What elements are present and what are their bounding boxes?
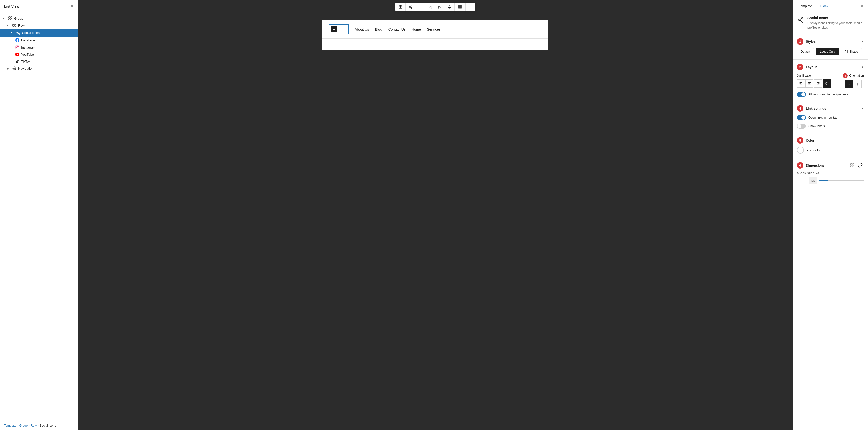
block-info-text: Social Icons Display icons linking to yo…	[807, 16, 864, 30]
orientation-label: Orientation	[849, 74, 864, 78]
block-spacing-input[interactable]: 15	[797, 177, 809, 184]
close-panel-button[interactable]: ✕	[70, 3, 74, 9]
nav-link-home[interactable]: Home	[412, 27, 421, 31]
navigate-prev-button[interactable]: ◁	[426, 3, 435, 11]
show-labels-toggle-row: Show labels	[797, 124, 864, 129]
new-tab-toggle[interactable]	[797, 115, 806, 120]
styles-collapse-icon[interactable]: ▲	[861, 40, 864, 43]
styles-badge: 1	[797, 38, 803, 45]
justify-center-button[interactable]	[805, 80, 813, 87]
style-default-button[interactable]: Default	[797, 48, 814, 55]
svg-point-29	[420, 7, 421, 8]
block-spacing-label: BLOCK SPACING	[797, 172, 864, 175]
svg-point-34	[802, 17, 803, 19]
link-badge: 4	[797, 105, 803, 112]
tree-item-youtube[interactable]: YouTube	[0, 51, 78, 58]
color-more-button[interactable]: ⋮	[860, 138, 864, 143]
tab-template[interactable]: Template	[797, 0, 814, 11]
tree-item-group[interactable]: ▾ Group	[0, 15, 78, 22]
breadcrumb-row[interactable]: Row	[31, 424, 37, 428]
svg-line-10	[18, 33, 19, 34]
tree-item-row[interactable]: ▾ Row	[0, 22, 78, 29]
navigation-icon	[12, 66, 17, 70]
tree-label: Group	[14, 17, 75, 20]
layout-title: Layout	[806, 65, 817, 69]
styles-header: 1 Styles ▲	[797, 38, 864, 45]
new-tab-toggle-row: Open links in new tab	[797, 115, 864, 120]
tree-item-facebook[interactable]: Facebook	[0, 37, 78, 44]
link-settings-header: 4 Link settings ▲	[797, 105, 864, 112]
more-toolbar-button[interactable]: ⋮	[466, 3, 475, 11]
tab-block[interactable]: Block	[818, 0, 830, 11]
justification-label: Justification	[797, 74, 813, 78]
dimensions-badge: 6	[797, 162, 803, 169]
nav-link-services[interactable]: Services	[427, 27, 440, 31]
icon-color-label: Icon color	[806, 148, 820, 152]
breadcrumb-group[interactable]: Group	[19, 424, 28, 428]
dimensions-icon-buttons	[849, 162, 864, 169]
nav-link-about[interactable]: About Us	[354, 27, 369, 31]
reset-dimensions-button[interactable]	[849, 162, 856, 169]
show-labels-toggle[interactable]	[797, 124, 806, 129]
add-block-button[interactable]: +	[331, 26, 337, 32]
tree-item-tiktok[interactable]: TikTok	[0, 58, 78, 65]
svg-point-28	[421, 6, 422, 7]
justify-right-button[interactable]	[814, 80, 822, 87]
orient-vertical-button[interactable]: ↓	[854, 80, 862, 88]
navigate-next-button[interactable]: ▷	[435, 3, 444, 11]
site-header: + About Us Blog Contact Us Home Services	[322, 20, 548, 39]
wrap-toggle-row: Allow to wrap to multiple lines	[797, 92, 864, 97]
social-icons-block[interactable]: +	[329, 24, 349, 34]
panel-tabs: Template Block ✕	[793, 0, 868, 12]
block-spacing-input-wrapper: 15 px	[797, 177, 817, 184]
svg-point-22	[411, 7, 412, 8]
social-icons-block-icon	[797, 16, 805, 24]
style-logos-only-button[interactable]: Logos Only	[816, 48, 839, 55]
dimensions-header: 6 Dimensions	[797, 162, 864, 169]
svg-rect-5	[14, 24, 16, 26]
orientation-badge: 3	[843, 73, 848, 78]
link-collapse-icon[interactable]: ▲	[861, 107, 864, 110]
justify-fill-button[interactable]	[823, 80, 831, 87]
justify-left-button[interactable]	[797, 80, 805, 87]
drag-handle[interactable]	[416, 3, 426, 11]
breadcrumb: Template › Group › Row › Social Icons	[0, 421, 78, 430]
link-dimensions-button[interactable]	[857, 162, 864, 169]
nav-link-blog[interactable]: Blog	[375, 27, 382, 31]
block-spacing-row: 15 px	[797, 177, 864, 184]
tree-item-instagram[interactable]: Instagram	[0, 44, 78, 51]
tree-item-social-icons[interactable]: ▾ Social Icons ⋮	[0, 29, 78, 37]
orient-horizontal-button[interactable]: →	[845, 80, 853, 88]
orientation-buttons: → ↓	[845, 80, 862, 88]
new-tab-label: Open links in new tab	[808, 116, 837, 119]
color-item-icon: Icon color	[797, 147, 864, 154]
nav-link-contact[interactable]: Contact Us	[388, 27, 406, 31]
icon-color-swatch[interactable]	[797, 147, 804, 154]
tree-item-navigation[interactable]: ▶ Navigation	[0, 65, 78, 72]
more-options-icon[interactable]: ⋮	[71, 30, 75, 35]
styles-grid: Default Logos Only Pill Shape	[797, 48, 864, 55]
tree-label: Navigation	[18, 67, 75, 70]
wrap-toggle[interactable]	[797, 92, 806, 97]
breadcrumb-template[interactable]: Template	[4, 424, 16, 428]
layout-collapse-icon[interactable]: ▲	[861, 65, 864, 69]
layout-header: 2 Layout ▲	[797, 64, 864, 70]
block-spacing-slider[interactable]	[819, 180, 864, 181]
svg-line-23	[410, 7, 411, 8]
style-pill-shape-button[interactable]: Pill Shape	[841, 48, 862, 55]
align-button[interactable]	[444, 3, 455, 11]
svg-rect-0	[8, 17, 10, 18]
close-right-panel-button[interactable]: ✕	[860, 0, 864, 11]
block-description: Display icons linking to your social med…	[807, 21, 864, 30]
transform-button[interactable]	[395, 3, 406, 11]
svg-point-7	[17, 32, 18, 33]
svg-point-20	[411, 5, 412, 6]
share-toolbar-button[interactable]	[406, 3, 416, 11]
svg-rect-16	[399, 5, 400, 6]
svg-rect-53	[851, 166, 852, 167]
svg-line-37	[800, 20, 802, 21]
size-button[interactable]: ⬛	[455, 3, 466, 10]
tree-label: YouTube	[21, 53, 75, 56]
tree-area: ▾ Group ▾ Row ▾ Social Icons ⋮	[0, 13, 78, 421]
left-panel: List View ✕ ▾ Group ▾ Row ▾ Social Icons	[0, 0, 78, 430]
